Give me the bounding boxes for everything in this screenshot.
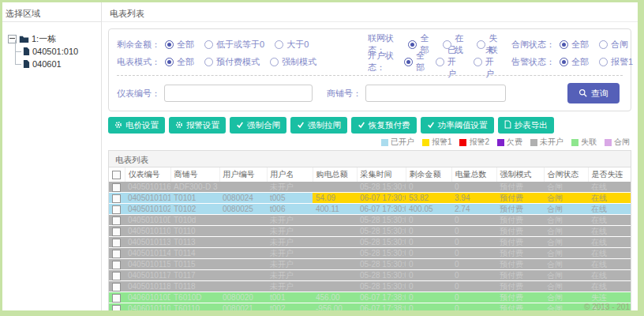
radio-option[interactable]: 强制模式 [270, 56, 316, 68]
radio-label: 大于0 [286, 39, 309, 51]
table-row[interactable]: 0405010115T0115未开户05-28 15:30:0000预付费合闸在… [109, 259, 631, 270]
row-checkbox[interactable] [112, 239, 121, 247]
row-checkbox[interactable] [112, 183, 121, 192]
table-cell: 预付费 [496, 237, 544, 248]
toolbar-button[interactable]: 抄表导出 [498, 117, 554, 134]
table-cell: t005 [267, 193, 313, 204]
row-checkbox[interactable] [112, 205, 121, 214]
table-row[interactable]: 0405010117T0117未开户05-28 15:30:0000预付费合闸在… [109, 270, 631, 281]
table-cell: 合闸 [544, 281, 588, 292]
meter-no-input[interactable] [164, 85, 313, 102]
radio-icon[interactable] [443, 40, 451, 49]
row-checkbox[interactable] [112, 194, 121, 203]
radio-icon[interactable] [204, 40, 213, 49]
radio-option[interactable]: 低于或等于0 [204, 39, 264, 51]
table-cell: 0 [406, 248, 451, 259]
toolbar-button[interactable]: 报警设置 [169, 117, 226, 134]
filter-group: 告警状态：全部报警1报警2欠费 [511, 56, 638, 68]
toolbar-button[interactable]: 强制合闸 [230, 117, 286, 134]
radio-option[interactable]: 全部 [165, 56, 194, 68]
table-cell: -956.00 [313, 303, 357, 311]
radio-checked-icon[interactable] [408, 40, 417, 49]
table-cell: 0 [406, 215, 451, 226]
toolbar-button-label: 抄表导出 [515, 120, 548, 131]
table-cell: 预付费 [496, 193, 544, 204]
toolbar-button[interactable]: 功率阈值设置 [421, 117, 494, 134]
radio-icon[interactable] [599, 58, 608, 66]
row-checkbox[interactable] [112, 216, 121, 225]
row-checkbox[interactable] [112, 294, 121, 303]
radio-option[interactable]: 预付费模式 [204, 56, 260, 68]
row-checkbox[interactable] [112, 250, 121, 258]
table-cell: 0 [451, 270, 496, 281]
radio-icon[interactable] [275, 40, 283, 49]
radio-icon[interactable] [204, 58, 213, 66]
legend-item: 未开户 [530, 137, 564, 148]
radio-option[interactable]: 全部 [404, 50, 425, 73]
radio-icon[interactable] [599, 40, 608, 49]
table-cell: 在线 [588, 281, 631, 292]
radio-option[interactable]: 未开户 [474, 44, 501, 80]
radio-checked-icon[interactable] [560, 58, 568, 66]
radio-icon[interactable] [270, 58, 279, 66]
table-cell: T60110 [170, 303, 219, 311]
table-cell: T0118 [170, 281, 219, 292]
row-checkbox[interactable] [112, 305, 121, 310]
radio-checked-icon[interactable] [560, 40, 568, 49]
table-row[interactable]: 0405010101T01010080024t00554.0906-07 17:… [109, 193, 631, 204]
tree-node[interactable]: 040501:010 [12, 45, 101, 58]
table-cell: 400.11 [313, 204, 357, 215]
row-checkbox[interactable] [112, 228, 121, 236]
radio-option[interactable]: 报警1 [599, 56, 633, 68]
table-row[interactable]: 040601010DT6010D0080020t001456.0006-07 1… [109, 292, 631, 303]
toolbar-button[interactable]: 恢复预付费 [351, 117, 417, 134]
table-cell: 未开户 [267, 237, 313, 248]
table-row[interactable]: 040501010DT010d未开户05-28 15:30:0000预付费合闸在… [109, 215, 631, 226]
toolbar-button[interactable]: 强制拉闸 [290, 117, 347, 134]
row-checkbox[interactable] [112, 283, 121, 292]
radio-option[interactable]: 大于0 [275, 39, 309, 51]
table-row[interactable]: 0405010113T0113未开户05-28 15:30:0000预付费合闸在… [109, 237, 631, 248]
radio-icon[interactable] [474, 58, 482, 66]
column-header: 用户编号 [219, 167, 267, 182]
radio-checked-icon[interactable] [165, 58, 174, 66]
radio-option[interactable]: 全部 [560, 39, 589, 51]
column-header: 采集时间 [357, 167, 406, 182]
legend-item: 报警1 [422, 137, 452, 148]
table-row[interactable]: 0405010102T01020080025t006400.1106-07 17… [109, 204, 631, 215]
table-row[interactable]: 0406010110T601100080021t002-956.0006-07 … [109, 303, 631, 311]
tree-node[interactable]: 040601 [12, 58, 101, 70]
select-all-checkbox[interactable] [112, 171, 121, 179]
table-cell: 合闸 [544, 270, 588, 281]
row-checkbox[interactable] [112, 261, 121, 269]
tree-node-root[interactable]: 1:一栋 [8, 33, 101, 45]
table-row[interactable]: 0405010116ADF300-D 3未开户05-28 15:30:0000预… [109, 182, 631, 193]
table-cell: 合闸 [544, 193, 588, 204]
table-row[interactable]: 0405010114T0114未开户05-28 15:30:0000预付费合闸在… [109, 248, 631, 259]
table-cell: 预付费 [496, 248, 544, 259]
radio-option[interactable]: 已开户 [436, 44, 463, 80]
table-cell: 0 [451, 303, 496, 311]
table-cell: 0405010101 [125, 193, 170, 204]
row-checkbox[interactable] [112, 272, 121, 280]
shop-no-input[interactable] [365, 85, 506, 102]
meter-no-label: 仪表编号： [117, 88, 160, 100]
radio-option[interactable]: 全部 [560, 56, 589, 68]
table-row[interactable]: 0405010110T0110未开户05-28 15:30:0000预付费合闸在… [109, 226, 631, 237]
radio-checked-icon[interactable] [165, 40, 174, 49]
table-cell: 53.82 [406, 193, 451, 204]
column-header: 商铺号 [170, 167, 219, 182]
table-cell: 3.94 [451, 193, 496, 204]
toolbar-button[interactable]: 电价设置 [108, 117, 165, 134]
radio-option[interactable]: 合闸 [599, 39, 628, 51]
row-select-cell [109, 270, 125, 281]
table-cell: 在线 [588, 182, 631, 193]
query-button[interactable]: 查询 [567, 83, 620, 103]
radio-checked-icon[interactable] [404, 58, 413, 66]
table-cell: 05-28 15:30:00 [357, 248, 406, 259]
table-row[interactable]: 0405010118T0118未开户05-28 15:30:0000预付费合闸在… [109, 281, 631, 292]
radio-option[interactable]: 全部 [165, 39, 194, 51]
radio-icon[interactable] [477, 40, 485, 49]
radio-icon[interactable] [436, 58, 444, 66]
table-cell: 0 [451, 248, 496, 259]
